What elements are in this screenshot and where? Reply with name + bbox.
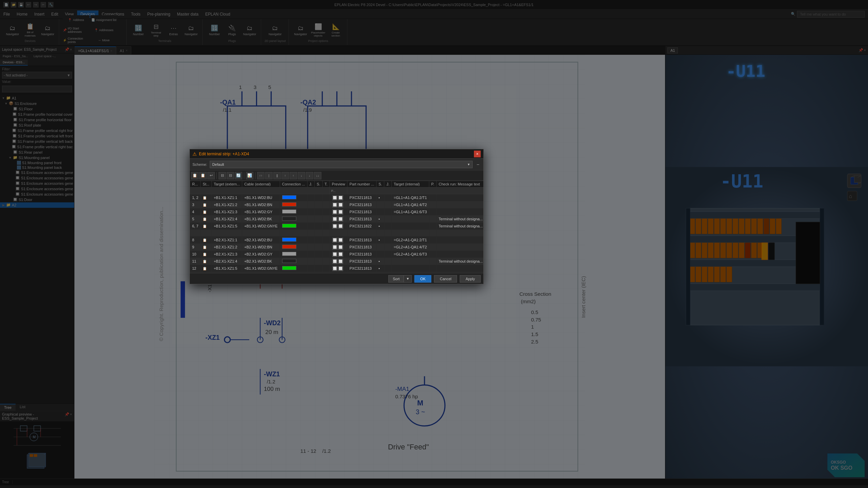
- modal-tbody: 1, 2📋+B1.X1-XZ1:1+B1.X1-WD2:BU🔲🔲PXC32118…: [190, 194, 484, 272]
- table-row[interactable]: 4📋+B1.X1-XZ1:3+B1.X1-WD2:GY🔲🔲PXC3211813=…: [190, 208, 484, 216]
- modal-tool-up1[interactable]: ↑↑: [257, 172, 265, 179]
- modal-footer: Sort ▼ OK Cancel Apply: [190, 273, 483, 284]
- modal-tool-down1[interactable]: ↓: [298, 172, 305, 179]
- table-row[interactable]: 1, 2📋+B1.X1-XZ1:1+B1.X1-WD2:BU🔲🔲PXC32118…: [190, 194, 484, 201]
- modal-overlay: ⚠ Edit terminal strip: +A1-XD4 × Scheme:…: [0, 0, 868, 488]
- modal-tool-chart[interactable]: 📊: [246, 172, 253, 179]
- modal-tool-copy1[interactable]: 📋: [191, 172, 199, 179]
- modal-tool-refresh[interactable]: 🔄: [235, 172, 242, 179]
- table-row[interactable]: 3📋+B1.X1-XZ1:2+B1.X1-WD2:BN🔲🔲PXC3211813=…: [190, 201, 484, 208]
- col-target-int[interactable]: Target (internal): [391, 181, 429, 187]
- col-connection[interactable]: Connection ...: [280, 181, 307, 187]
- modal-tool-undo[interactable]: ↩: [207, 172, 215, 179]
- modal-tool-up2[interactable]: ↑: [281, 172, 289, 179]
- modal-tool-separator-ins[interactable]: |: [265, 172, 273, 179]
- modal-scheme-row: Scheme: Default ▼ −: [190, 159, 483, 171]
- table-row[interactable]: 9📋+B2.X1-XZ1:2+B2.X1-WD2:BN🔲🔲PXC3211813=…: [190, 244, 484, 251]
- sort-dropdown: Sort ▼: [388, 275, 412, 283]
- table-row[interactable]: 8📋+B2.X1-XZ1:1+B2.X1-WD2:BU🔲🔲PXC3211813•…: [190, 237, 484, 244]
- scheme-dropdown-icon: ▼: [467, 163, 470, 166]
- table-row[interactable]: 12📋+B1.X1-XZ1:5+B1.X1-WD2:GNYE🔲🔲PXC32118…: [190, 265, 484, 272]
- cancel-button[interactable]: Cancel: [434, 275, 457, 283]
- col-j2[interactable]: J.: [384, 181, 392, 187]
- sort-dropdown-arrow[interactable]: ▼: [404, 275, 412, 283]
- col-cable-ext[interactable]: Cable (external): [242, 181, 280, 187]
- col-msg[interactable]: Check run: Message text: [436, 181, 483, 187]
- table-row[interactable]: 5📋+B1.X1-XZ1:4+B1.X1-WD2:BK🔲🔲PXC3211813•…: [190, 216, 484, 223]
- modal-title: ⚠ Edit terminal strip: +A1-XD4: [192, 151, 249, 157]
- modal-tool-terminal1[interactable]: ⊟: [219, 172, 226, 179]
- modal-tool-up3[interactable]: ↑: [290, 172, 297, 179]
- modal-tool-sep2: [244, 172, 244, 179]
- col-p[interactable]: P.: [429, 181, 436, 187]
- scheme-select[interactable]: Default ▼: [210, 161, 472, 168]
- scheme-label: Scheme:: [192, 162, 207, 167]
- table-row[interactable]: [190, 230, 484, 237]
- col-preview[interactable]: Preview: [330, 181, 347, 187]
- modal-tool-separator-ins2[interactable]: ‖: [273, 172, 281, 179]
- col-part-num[interactable]: Part number ...: [347, 181, 376, 187]
- col-status[interactable]: St...: [201, 181, 212, 187]
- col-t[interactable]: T.: [322, 181, 330, 187]
- modal-tool-down2[interactable]: ↓: [306, 172, 313, 179]
- modal-tool-terminal2[interactable]: ⊟: [227, 172, 234, 179]
- modal-close-button[interactable]: ×: [474, 151, 481, 157]
- modal-table-container[interactable]: R... St... Target (extern... Cable (exte…: [190, 181, 483, 273]
- col-j1[interactable]: J.: [307, 181, 315, 187]
- scheme-value: Default: [212, 162, 224, 167]
- modal-toolbar: 📋 📋 ↩ ⊟ ⊟ 🔄 📊 ↑↑ | ‖ ↑ ↑ ↓ ↓ ↓↓: [190, 171, 483, 181]
- apply-button[interactable]: Apply: [460, 275, 481, 283]
- table-row[interactable]: 6, 7📋+B1.X1-XZ1:5+B1.X1-WD2:GNYE🔲🔲PXC321…: [190, 223, 484, 230]
- modal-titlebar: ⚠ Edit terminal strip: +A1-XD4 ×: [190, 149, 483, 159]
- modal-title-text: Edit terminal strip: +A1-XD4: [199, 152, 249, 156]
- table-row[interactable]: 11📋+B2.X1-XZ1:4+B2.X1-WD2:BK🔲🔲PXC3211813…: [190, 258, 484, 265]
- modal-tool-sep3: [255, 172, 255, 179]
- modal-tool-copy2[interactable]: 📋: [199, 172, 207, 179]
- sort-button[interactable]: Sort: [388, 275, 404, 283]
- scheme-minus-icon[interactable]: −: [475, 162, 481, 167]
- col-target-ext[interactable]: Target (extern...: [211, 181, 242, 187]
- modal-tool-down3[interactable]: ↓↓: [314, 172, 321, 179]
- table-row[interactable]: 10📋+B2.X1-XZ1:3+B2.X1-WD2:GY🔲🔲PXC3211813…: [190, 251, 484, 258]
- modal-tool-sep1: [216, 172, 217, 179]
- modal-warning-icon: ⚠: [192, 151, 197, 157]
- modal-dialog: ⚠ Edit terminal strip: +A1-XD4 × Scheme:…: [189, 149, 484, 284]
- ok-button[interactable]: OK: [414, 275, 431, 283]
- col-s1[interactable]: S.: [315, 181, 322, 187]
- col-s2[interactable]: S.: [376, 181, 384, 187]
- modal-table: R... St... Target (extern... Cable (exte…: [190, 181, 483, 272]
- col-row-num[interactable]: R...: [190, 181, 201, 187]
